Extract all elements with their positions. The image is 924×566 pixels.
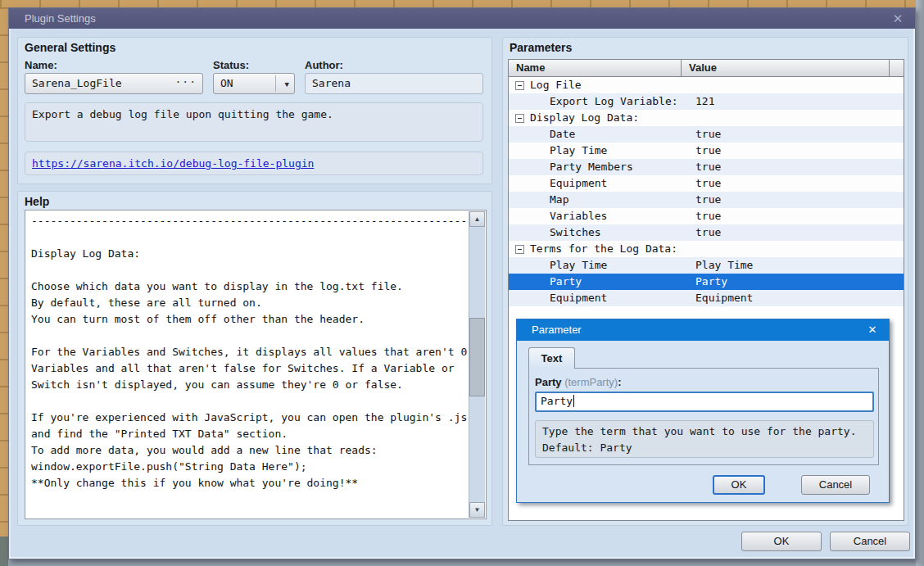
help-scrollbar[interactable]: ▲ ▼ — [469, 211, 485, 518]
parameters-table-body: Log FileExport Log Variable:121Display L… — [509, 77, 904, 306]
name-label: Name: — [25, 59, 57, 71]
param-name-cell: Party — [509, 274, 682, 290]
param-name-cell: Log File — [509, 77, 682, 93]
param-group-row[interactable]: Display Log Data: — [509, 110, 904, 126]
param-name-text: Export Log Variable: — [550, 95, 678, 107]
param-name-cell: Export Log Variable: — [509, 93, 682, 110]
column-header-value[interactable]: Value — [682, 60, 890, 77]
param-name-text: Equipment — [550, 177, 607, 189]
param-key: (termParty) — [562, 376, 618, 388]
parameters-table-header: Name Value — [509, 60, 904, 77]
param-group-row[interactable]: Terms for the Log Data: — [509, 241, 904, 257]
param-name-text: Equipment — [550, 292, 607, 304]
param-name-cell: Play Time — [509, 257, 682, 274]
scroll-down-icon[interactable]: ▼ — [469, 502, 485, 518]
param-value-input[interactable]: Party — [535, 392, 874, 412]
author-field[interactable]: Sarena — [305, 73, 483, 94]
editor-background-right — [916, 0, 924, 566]
param-value-cell: true — [682, 175, 904, 192]
param-row[interactable]: Equipmenttrue — [509, 175, 904, 192]
column-header-name[interactable]: Name — [509, 60, 682, 77]
parameter-dialog-title: Parameter — [532, 324, 582, 336]
description-text: Export a debug log file upon quitting th… — [32, 108, 333, 120]
param-row[interactable]: Play TimePlay Time — [509, 257, 904, 274]
param-name-text: Play Time — [550, 259, 607, 271]
param-name-cell: Map — [509, 192, 682, 208]
param-row[interactable]: Datetrue — [509, 126, 904, 143]
param-value-cell: true — [682, 159, 904, 175]
ok-button[interactable]: OK — [741, 532, 822, 551]
param-name-cell: Equipment — [509, 175, 682, 192]
plugin-name-value: Sarena_LogFile — [32, 77, 122, 89]
param-name-text: Log File — [530, 79, 582, 91]
collapse-icon[interactable] — [515, 245, 524, 254]
param-row[interactable]: Party Memberstrue — [509, 159, 904, 175]
author-label: Author: — [305, 59, 343, 71]
cancel-button[interactable]: Cancel — [830, 532, 910, 551]
more-icon[interactable]: ··· — [175, 75, 197, 88]
close-icon[interactable]: ✕ — [864, 323, 881, 337]
param-row[interactable]: Play Timetrue — [509, 143, 904, 159]
param-name-text: Play Time — [550, 144, 607, 156]
general-settings-panel: General Settings Name: Status: Author: S… — [17, 37, 492, 184]
help-title: Help — [25, 195, 49, 208]
column-header-spacer — [890, 60, 904, 77]
param-value-cell: true — [682, 208, 904, 224]
collapse-icon[interactable] — [515, 81, 524, 90]
param-row[interactable]: Maptrue — [509, 192, 904, 208]
param-row[interactable]: Export Log Variable:121 — [509, 93, 904, 110]
param-input-text: Party — [541, 395, 573, 407]
collapse-icon[interactable] — [515, 114, 524, 123]
help-textarea[interactable]: ----------------------------------------… — [25, 210, 487, 519]
close-icon[interactable]: ✕ — [889, 11, 907, 26]
param-name-text: Display Log Data: — [530, 111, 639, 124]
parameter-dialog-titlebar[interactable]: Parameter ✕ — [517, 319, 889, 341]
link-box: https://sarena.itch.io/debug-log-file-pl… — [25, 152, 483, 175]
parameter-cancel-button[interactable]: Cancel — [801, 475, 870, 495]
param-row[interactable]: PartyParty — [509, 274, 904, 290]
param-name-text: Map — [550, 193, 568, 206]
param-value-cell — [682, 110, 904, 126]
param-group-row[interactable]: Log File — [509, 77, 904, 93]
param-name-cell: Date — [509, 126, 682, 143]
param-value-cell: Play Time — [682, 257, 904, 274]
description-box: Export a debug log file upon quitting th… — [25, 102, 483, 142]
author-value: Sarena — [312, 77, 351, 89]
param-value-cell: true — [682, 224, 904, 241]
param-name-cell: Switches — [509, 224, 682, 241]
plugin-settings-titlebar[interactable]: Plugin Settings ✕ — [9, 8, 915, 29]
param-value-cell — [682, 77, 904, 93]
param-description-box: Type the term that you want to use for t… — [535, 420, 874, 458]
parameter-dialog: Parameter ✕ Text Party (termParty): Part… — [516, 319, 890, 503]
status-dropdown[interactable]: ON ▼ — [213, 73, 295, 94]
param-value-cell — [682, 241, 904, 257]
chevron-down-icon[interactable]: ▼ — [285, 80, 289, 88]
param-value-cell: true — [682, 143, 904, 159]
map-editor-background-left — [0, 7, 8, 537]
param-value-cell: Party — [682, 274, 904, 290]
param-name: Party — [535, 376, 562, 388]
tab-text[interactable]: Text — [528, 347, 575, 369]
screen: Plugin Settings ✕ General Settings Name:… — [0, 0, 924, 566]
param-description-text: Type the term that you want to use for t… — [542, 423, 857, 456]
help-text: ----------------------------------------… — [31, 213, 468, 491]
scroll-up-icon[interactable]: ▲ — [469, 211, 485, 227]
param-name-text: Variables — [550, 210, 607, 222]
plugin-name-field[interactable]: Sarena_LogFile ··· — [25, 73, 203, 94]
scrollbar-thumb[interactable] — [469, 318, 485, 396]
param-name-text: Date — [550, 128, 575, 140]
param-name-text: Party — [550, 275, 582, 288]
param-name-cell: Variables — [509, 208, 682, 224]
plugin-link[interactable]: https://sarena.itch.io/debug-log-file-pl… — [32, 157, 314, 170]
help-panel: Help -----------------------------------… — [17, 191, 492, 526]
param-name-cell: Display Log Data: — [509, 110, 682, 126]
param-row[interactable]: EquipmentEquipment — [509, 290, 904, 306]
param-row[interactable]: Variablestrue — [509, 208, 904, 224]
parameter-ok-button[interactable]: OK — [713, 475, 765, 495]
param-value-cell: true — [682, 192, 904, 208]
param-row[interactable]: Switchestrue — [509, 224, 904, 241]
parameters-title: Parameters — [510, 41, 572, 54]
param-name-cell: Play Time — [509, 143, 682, 159]
param-value-cell: 121 — [682, 93, 904, 110]
param-name-cell: Party Members — [509, 159, 682, 175]
